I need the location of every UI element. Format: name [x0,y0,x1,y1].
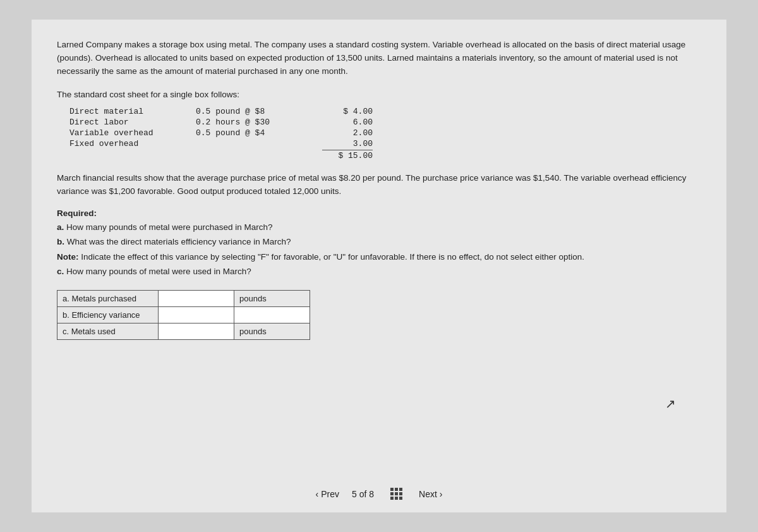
question-c-text: How many pounds of metal were used in Ma… [66,267,251,276]
row-c-label: c. Metals used [57,323,159,339]
question-b-text: What was the direct materials efficiency… [67,237,291,246]
grid-dot-8 [395,497,398,500]
row-a-unit: pounds [234,290,310,306]
question-b: b. What was the direct materials efficie… [57,235,701,249]
grid-dot-4 [390,492,394,495]
next-button[interactable]: Next › [419,489,442,499]
cost-value-dm: $ 4.00 [322,107,373,116]
prev-label: Prev [321,489,339,499]
cost-label-dl: Direct labor [69,118,196,127]
grid-dot-6 [399,492,402,495]
row-a-input-cell[interactable] [159,290,234,306]
row-b-second-input-cell[interactable] [234,306,310,323]
table-row: b. Efficiency variance [57,306,310,323]
grid-dot-5 [395,492,398,495]
grid-dot-9 [399,497,402,500]
next-label: Next [419,489,437,499]
cost-row-direct-labor: Direct labor 0.2 hours @ $30 6.00 [69,118,701,127]
question-note-text: Indicate the effect of this variance by … [81,252,584,262]
question-block: a. How many pounds of metal were purchas… [57,221,701,279]
answer-table: a. Metals purchased pounds b. Efficiency… [57,290,310,340]
page-info: 5 of 8 [352,489,374,499]
cost-label-foh: Fixed overhead [69,139,196,148]
question-c-label: c. [57,267,64,276]
cost-row-direct-material: Direct material 0.5 pound @ $8 $ 4.00 [69,107,701,116]
grid-dot-7 [390,497,394,500]
next-chevron-icon: › [440,489,443,499]
cost-detail-dl: 0.2 hours @ $30 [196,118,322,127]
metals-used-input[interactable] [159,323,234,339]
metals-purchased-input[interactable] [159,291,234,306]
required-title: Required: [57,209,701,218]
table-row: c. Metals used pounds [57,323,310,339]
grid-dot-1 [390,488,394,491]
required-section: Required: a. How many pounds of metal we… [57,209,701,279]
prev-button[interactable]: ‹ Prev [316,489,339,499]
cost-value-foh: 3.00 [322,139,373,148]
cursor-arrow-icon: ↗ [665,396,676,411]
grid-dot-3 [399,488,402,491]
efficiency-variance-type-input[interactable] [234,307,310,323]
question-c: c. How many pounds of metal were used in… [57,265,701,279]
total-pages: 8 [369,489,374,499]
grid-dots-icon [390,488,402,500]
row-a-label: a. Metals purchased [57,290,159,306]
cost-total-row: $ 15.00 [69,150,701,160]
table-row: a. Metals purchased pounds [57,290,310,306]
question-note: Note: Indicate the effect of this varian… [57,250,701,264]
cost-label-voh: Variable overhead [69,128,196,138]
cost-row-variable-oh: Variable overhead 0.5 pound @ $4 2.00 [69,128,701,138]
of-label: of [359,489,370,499]
row-c-unit: pounds [234,323,310,339]
prev-chevron-icon: ‹ [316,489,319,499]
grid-dot-2 [395,488,398,491]
intro-paragraph: Larned Company makes a storage box using… [57,39,701,78]
question-a: a. How many pounds of metal were purchas… [57,221,701,234]
current-page: 5 [352,489,357,499]
cost-total-value: $ 15.00 [322,150,373,160]
question-a-label: a. [57,222,64,232]
standard-cost-label: The standard cost sheet for a single box… [57,90,701,99]
page-container: Larned Company makes a storage box using… [32,20,726,512]
cost-label-dm: Direct material [69,107,196,116]
question-b-label: b. [57,237,64,246]
cost-row-fixed-oh: Fixed overhead 3.00 [69,139,701,148]
cost-detail-dm: 0.5 pound @ $8 [196,107,322,116]
row-b-label: b. Efficiency variance [57,306,159,323]
navigation-bar: ‹ Prev 5 of 8 Next › [32,488,726,500]
cost-value-dl: 6.00 [322,118,373,127]
row-c-input-cell[interactable] [159,323,234,339]
cost-detail-voh: 0.5 pound @ $4 [196,128,322,138]
cost-table: Direct material 0.5 pound @ $8 $ 4.00 Di… [69,107,701,160]
row-b-input-cell[interactable] [159,306,234,323]
question-a-text: How many pounds of metal were purchased … [66,222,272,232]
question-note-label: Note: [57,252,79,262]
march-text: March financial results show that the av… [57,172,701,198]
cost-value-voh: 2.00 [322,128,373,138]
grid-icon [387,488,406,500]
efficiency-variance-input[interactable] [159,307,234,323]
